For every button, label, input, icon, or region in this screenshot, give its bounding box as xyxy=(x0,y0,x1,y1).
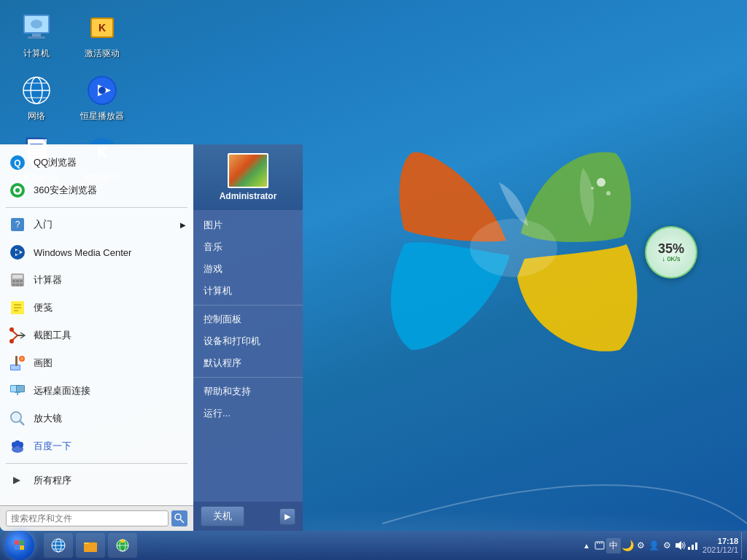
svg-rect-43 xyxy=(16,280,19,282)
wmc-label: Windows Media Center xyxy=(34,247,131,258)
svg-point-34 xyxy=(15,188,20,192)
svg-point-66 xyxy=(12,413,20,421)
svg-point-73 xyxy=(175,514,181,520)
right-menu-default-programs[interactable]: 默认程序 xyxy=(193,352,303,374)
right-menu-pictures[interactable]: 图片 xyxy=(193,214,303,236)
search-button[interactable] xyxy=(171,510,187,526)
right-menu-music[interactable]: 音乐 xyxy=(193,236,303,258)
svg-text:K: K xyxy=(98,22,106,34)
tray-moon-icon[interactable]: 🌙 xyxy=(621,539,634,552)
desktop-icon-computer[interactable]: 计算机 xyxy=(7,7,66,63)
tray-icon-2[interactable]: ⚙ xyxy=(634,539,647,552)
right-menu-help[interactable]: 帮助和支持 xyxy=(193,381,303,402)
svg-point-55 xyxy=(9,339,14,343)
menu-item-all-programs[interactable]: 所有程序 xyxy=(0,467,193,494)
menu-item-360-browser[interactable]: 360安全浏览器 xyxy=(0,176,193,204)
snip-icon xyxy=(7,325,28,346)
paint-label: 画图 xyxy=(34,357,53,370)
svg-line-74 xyxy=(180,519,184,523)
computer-label: 计算机 xyxy=(23,48,50,60)
start-menu-left-panel: Q QQ浏览器 360安全浏览器 xyxy=(0,144,193,531)
tray-settings-icon[interactable]: ⚙ xyxy=(660,539,673,552)
svg-point-59 xyxy=(20,357,23,360)
activate-label: 激活驱动 xyxy=(85,48,120,60)
intro-icon: ? xyxy=(7,214,28,235)
svg-rect-47 xyxy=(20,284,23,286)
taskbar-item-ie[interactable] xyxy=(108,533,137,558)
menu-item-qq-browser[interactable]: Q QQ浏览器 xyxy=(0,149,193,176)
shutdown-button[interactable]: 关机 xyxy=(201,506,244,526)
start-button[interactable] xyxy=(0,531,39,560)
qq-browser-label: QQ浏览器 xyxy=(34,156,77,169)
svg-marker-89 xyxy=(676,541,681,550)
svg-rect-6 xyxy=(32,34,41,36)
shutdown-arrow-button[interactable]: ▶ xyxy=(279,508,295,525)
sticky-icon xyxy=(7,298,28,318)
baidu-icon xyxy=(7,436,28,456)
taskbar-item-explorer[interactable] xyxy=(76,533,105,558)
show-desktop-button[interactable] xyxy=(741,532,747,559)
menu-item-snip[interactable]: 截图工具 xyxy=(0,322,193,349)
windows-logo xyxy=(368,109,659,401)
svg-text:Q: Q xyxy=(14,158,20,168)
svg-line-67 xyxy=(20,421,24,425)
svg-rect-57 xyxy=(11,365,20,370)
menu-item-paint[interactable]: 画图 xyxy=(0,349,193,377)
right-menu-devices[interactable]: 设备和打印机 xyxy=(193,330,303,352)
taskbar-items xyxy=(39,533,580,558)
snip-label: 截图工具 xyxy=(34,329,71,342)
net-speed-value: ↓ 0K/s xyxy=(662,255,680,262)
net-speed-widget[interactable]: 35% ↓ 0K/s xyxy=(645,226,697,279)
tray-language-indicator[interactable]: 中 xyxy=(606,538,621,553)
menu-items-list: Q QQ浏览器 360安全浏览器 xyxy=(0,144,193,505)
right-menu-control-panel[interactable]: 控制面板 xyxy=(193,308,303,330)
desktop-icon-hengxing[interactable]: 恒星播放器 xyxy=(73,70,131,125)
menu-item-calculator[interactable]: 计算器 xyxy=(0,266,193,294)
shutdown-bar: 关机 ▶ xyxy=(193,502,303,531)
svg-rect-92 xyxy=(695,542,697,550)
menu-item-remote[interactable]: 远程桌面连接 xyxy=(0,377,193,405)
right-menu-games[interactable]: 游戏 xyxy=(193,258,303,280)
menu-item-wmc[interactable]: Windows Media Center xyxy=(0,238,193,266)
search-input[interactable] xyxy=(6,510,169,526)
baidu-label: 百度一下 xyxy=(34,440,71,453)
taskbar-item-network[interactable] xyxy=(44,533,73,558)
svg-rect-46 xyxy=(16,284,19,286)
svg-rect-60 xyxy=(15,356,18,366)
tray-icon-1[interactable] xyxy=(593,539,606,552)
user-name: Administrator xyxy=(220,191,277,201)
computer-icon xyxy=(19,10,54,45)
menu-item-baidu[interactable]: 百度一下 xyxy=(0,432,193,460)
right-menu-run[interactable]: 运行... xyxy=(193,402,303,424)
right-menu-computer[interactable]: 计算机 xyxy=(193,280,303,302)
menu-item-intro[interactable]: ? 入门 ▶ xyxy=(0,211,193,238)
tray-icon-3[interactable]: 👤 xyxy=(647,539,660,552)
tray-volume-icon[interactable] xyxy=(673,539,686,552)
tray-network-icon[interactable] xyxy=(686,539,700,552)
calculator-icon xyxy=(7,270,28,290)
hengxing-label: 恒星播放器 xyxy=(80,111,124,122)
desktop-icon-network[interactable]: 网络 xyxy=(7,70,66,125)
start-orb xyxy=(5,531,34,560)
search-bar xyxy=(0,505,193,531)
svg-point-8 xyxy=(31,20,42,28)
wmc-icon xyxy=(7,242,28,262)
menu-item-sticky[interactable]: 便笺 xyxy=(0,294,193,322)
tray-clock[interactable]: 17:18 2021/12/1 xyxy=(700,537,741,554)
svg-text:?: ? xyxy=(15,219,20,230)
desktop-icon-activate[interactable]: K 激活驱动 xyxy=(73,7,131,63)
menu-item-magnifier[interactable]: 放大镜 xyxy=(0,405,193,432)
tray-expand-icon[interactable]: ▲ xyxy=(580,539,593,552)
right-menu-list: 文档 图片 音乐 游戏 计算机 控制面板 设备和打印机 默认程序 帮助和支持 运… xyxy=(193,192,303,424)
svg-rect-45 xyxy=(12,284,15,286)
tray-time: 17:18 xyxy=(703,537,738,545)
svg-point-0 xyxy=(470,219,557,277)
taskbar-explorer-icon xyxy=(82,537,99,554)
desktop-curve-line xyxy=(382,421,747,531)
paint-icon xyxy=(7,353,28,373)
svg-point-39 xyxy=(15,250,20,254)
taskbar-ie-icon xyxy=(114,537,131,554)
sticky-label: 便笺 xyxy=(34,301,53,314)
svg-rect-82 xyxy=(84,542,89,544)
all-programs-icon xyxy=(7,470,28,491)
